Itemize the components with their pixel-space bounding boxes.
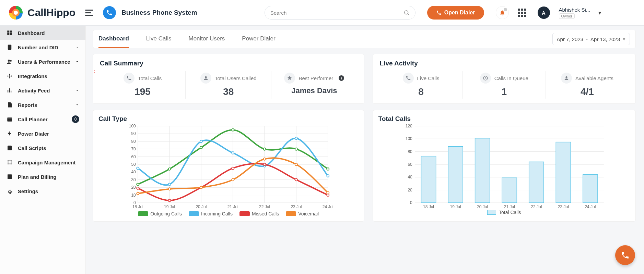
brand[interactable]: CallHippo xyxy=(8,5,75,20)
user-menu-caret-icon[interactable]: ▾ xyxy=(598,10,601,16)
sidebar-item-reports[interactable]: Reports xyxy=(0,98,85,112)
info-icon[interactable]: i xyxy=(339,75,344,81)
svg-text:20: 20 xyxy=(131,185,136,190)
sidebar-item-label: Integrations xyxy=(18,73,47,79)
stat-total-calls: Total Calls 195 xyxy=(100,71,186,99)
sidebar-item-plan-and-billing[interactable]: Plan and Billing xyxy=(0,170,85,184)
svg-text:21 Jul: 21 Jul xyxy=(227,204,238,209)
stat-value: 1 xyxy=(501,86,507,97)
call-type-title: Call Type xyxy=(98,115,359,123)
open-dialer-label: Open Dialer xyxy=(444,10,475,16)
sidebar-toggle-icon[interactable] xyxy=(85,8,95,17)
stat-total-users-called: Total Users Called 38 xyxy=(186,71,271,99)
tab-dashboard[interactable]: Dashboard xyxy=(98,30,129,48)
call-summary-card: Call Summary Total Calls 195 xyxy=(93,54,364,104)
svg-text:18 Jul: 18 Jul xyxy=(423,204,434,209)
svg-rect-8 xyxy=(7,33,9,35)
chevron-down-icon xyxy=(75,45,79,49)
svg-rect-17 xyxy=(9,88,10,92)
sidebar-item-label: Campaign Management xyxy=(18,160,75,165)
apps-grid-icon[interactable] xyxy=(518,9,526,17)
legend-item[interactable]: Incoming Calls xyxy=(189,211,233,216)
legend-item[interactable]: Outgoing Calls xyxy=(138,211,182,216)
phone-system-icon[interactable] xyxy=(103,6,116,19)
search-icon[interactable] xyxy=(403,10,410,16)
svg-rect-20 xyxy=(7,117,12,119)
svg-text:30: 30 xyxy=(131,177,136,182)
stat-label: Total Users Called xyxy=(215,75,257,81)
date-separator: - xyxy=(586,36,588,42)
svg-rect-120 xyxy=(583,175,597,203)
phone-icon xyxy=(124,73,134,84)
svg-point-93 xyxy=(327,191,329,194)
svg-text:21 Jul: 21 Jul xyxy=(504,204,515,209)
chevron-down-icon xyxy=(75,88,79,92)
bell-icon xyxy=(499,10,505,16)
reports-icon xyxy=(6,101,13,108)
main-content: DashboardLive CallsMonitor UsersPower Di… xyxy=(86,26,644,274)
sidebar-item-call-planner[interactable]: Call Planner0 xyxy=(0,112,85,126)
legend-item[interactable]: Voicemail xyxy=(286,211,319,216)
search-box[interactable] xyxy=(265,6,415,20)
svg-text:70: 70 xyxy=(131,147,136,151)
legend-swatch xyxy=(487,210,496,215)
sidebar-item-label: Users & Performance xyxy=(18,59,70,65)
live-activity-title: Live Activity xyxy=(380,60,629,67)
user-avatar[interactable]: A xyxy=(538,7,550,19)
open-dialer-button[interactable]: Open Dialer xyxy=(427,6,484,20)
stat-value: 38 xyxy=(223,86,234,97)
legend-item[interactable]: Missed Calls xyxy=(239,211,279,216)
svg-text:10: 10 xyxy=(131,193,136,198)
svg-rect-108 xyxy=(421,156,436,203)
tab-monitor-users[interactable]: Monitor Users xyxy=(189,30,225,48)
sidebar-item-users-performance[interactable]: Users & Performance xyxy=(0,54,85,69)
user-meta[interactable]: Abhishek Si... Owner xyxy=(559,7,590,19)
sidebar-item-activity-feed[interactable]: Activity Feed xyxy=(0,83,85,98)
svg-rect-7 xyxy=(10,33,12,35)
svg-point-67 xyxy=(168,168,171,170)
total-calls-legend: Total Calls xyxy=(378,210,630,215)
svg-point-15 xyxy=(11,76,12,77)
notifications-button[interactable] xyxy=(496,6,509,19)
svg-text:24 Jul: 24 Jul xyxy=(585,204,596,209)
activity-icon xyxy=(6,87,13,94)
search-input[interactable] xyxy=(270,10,403,16)
svg-point-72 xyxy=(327,168,329,170)
sidebar-item-power-dialer[interactable]: Power Dialer xyxy=(0,126,85,141)
sidebar-item-call-scripts[interactable]: Call Scripts xyxy=(0,141,85,155)
sidebar-item-campaign-management[interactable]: Campaign Management xyxy=(0,155,85,170)
user-name: Abhishek Si... xyxy=(559,7,590,13)
live-activity-card: Live Activity Live Calls 8 xyxy=(373,54,636,104)
dialer-fab[interactable] xyxy=(615,245,635,265)
sidebar-item-integrations[interactable]: Integrations xyxy=(0,69,85,83)
tab-live-calls[interactable]: Live Calls xyxy=(146,30,172,48)
svg-rect-110 xyxy=(448,147,463,203)
user-icon xyxy=(200,73,211,84)
sidebar-item-label: Number and DID xyxy=(18,45,58,50)
stat-label: Total Calls xyxy=(138,75,162,81)
svg-point-23 xyxy=(11,160,12,161)
sidebar-item-number-and-did[interactable]: Number and DID xyxy=(0,40,85,54)
stat-value: 4/1 xyxy=(581,86,594,97)
svg-text:120: 120 xyxy=(405,124,412,128)
sidebar-item-settings[interactable]: Settings xyxy=(0,184,85,198)
stat-label: Calls In Queue xyxy=(494,75,528,81)
total-calls-chart: 02040608010012018 Jul19 Jul20 Jul21 Jul2… xyxy=(378,124,630,210)
number-icon xyxy=(6,44,13,51)
svg-text:80: 80 xyxy=(408,149,412,154)
date-range-picker[interactable]: Apr 7, 2023 - Apr 13, 2023 ▾ xyxy=(552,33,630,45)
stat-label: Available Agents xyxy=(575,75,613,81)
header: CallHippo Business Phone System Open Dia… xyxy=(0,0,644,26)
legend-label: Total Calls xyxy=(499,210,521,215)
svg-text:19 Jul: 19 Jul xyxy=(164,204,175,209)
call-type-legend: Outgoing CallsIncoming CallsMissed Calls… xyxy=(98,211,359,216)
sidebar-item-dashboard[interactable]: Dashboard xyxy=(0,26,85,40)
svg-text:24 Jul: 24 Jul xyxy=(323,204,333,209)
svg-point-74 xyxy=(168,183,171,186)
legend-label: Incoming Calls xyxy=(201,211,233,216)
svg-point-85 xyxy=(295,178,297,181)
svg-point-88 xyxy=(168,188,171,190)
stat-value: 8 xyxy=(418,86,424,97)
live-call-icon xyxy=(403,73,414,84)
tab-power-dialer[interactable]: Power Dialer xyxy=(242,30,275,48)
